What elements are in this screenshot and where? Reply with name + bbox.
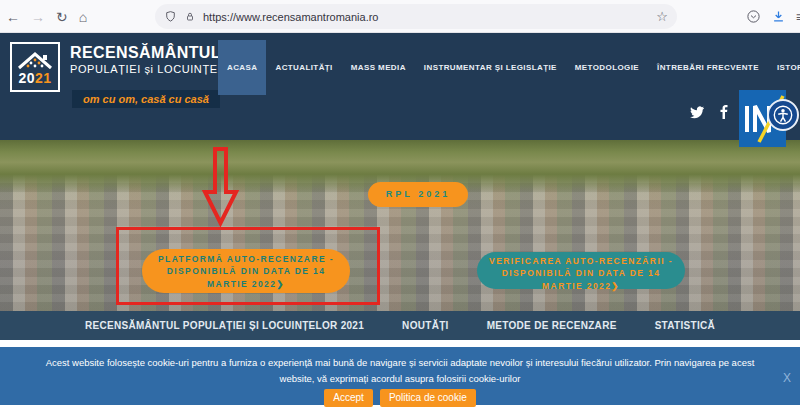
- nav-item-acasa[interactable]: ACASA: [218, 40, 266, 95]
- cookie-close-icon[interactable]: X: [783, 371, 791, 385]
- annotation-arrow-icon: [198, 146, 243, 228]
- nav-item-instrumentar[interactable]: INSTRUMENTAR ȘI LEGISLAȚIE: [415, 40, 566, 95]
- platform-auto-recenzare-button[interactable]: PLATFORMĂ AUTO-RECENZARE - DISPONIBILĂ D…: [142, 249, 350, 293]
- nav-item-intrebari[interactable]: ÎNTREBĂRI FRECVENTE: [648, 40, 768, 95]
- cookie-accept-button[interactable]: Accept: [324, 389, 373, 407]
- site-header: 2021 RECENSĂMÂNTUL POPULAȚIEI și LOCUINȚ…: [0, 33, 800, 140]
- cookie-banner: Acest website folosește cookie-uri pentr…: [0, 347, 800, 405]
- main-navigation: ACASA ACTUALITĂȚI MASS MEDIA INSTRUMENTA…: [218, 40, 800, 95]
- site-subtitle: POPULAȚIEI și LOCUINȚELOR: [70, 63, 220, 75]
- browser-toolbar: ← → ↻ ⌂ https://www.recensamantromania.r…: [0, 0, 800, 33]
- address-bar[interactable]: https://www.recensamantromania.ro ☆: [155, 4, 677, 29]
- site-tagline: om cu om, casă cu casă: [83, 93, 209, 105]
- secondary-navigation: RECENSĂMÂNTUL POPULAȚIEI ȘI LOCUINȚELOR …: [0, 311, 800, 340]
- home-icon[interactable]: ⌂: [79, 10, 87, 24]
- site-title: RECENSĂMÂNTUL: [70, 45, 220, 62]
- nav-item-metodologie[interactable]: METODOLOGIE: [566, 40, 648, 95]
- facebook-icon[interactable]: [717, 105, 731, 119]
- social-links: [690, 105, 731, 119]
- screenshot-root: ← → ↻ ⌂ https://www.recensamantromania.r…: [0, 0, 800, 414]
- subnav-item-recensamant[interactable]: RECENSĂMÂNTUL POPULAȚIEI ȘI LOCUINȚELOR …: [85, 320, 364, 331]
- browser-nav-buttons: ← → ↻ ⌂: [6, 0, 87, 33]
- download-icon[interactable]: [771, 9, 786, 24]
- tracking-shield-icon[interactable]: [164, 10, 177, 23]
- reload-icon[interactable]: ↻: [56, 10, 68, 24]
- bookmark-star-icon[interactable]: ☆: [656, 9, 668, 24]
- tagline-strip: om cu om, casă cu casă: [72, 90, 220, 108]
- subnav-item-metode[interactable]: METODE DE RECENZARE: [487, 320, 617, 331]
- subnav-item-noutati[interactable]: NOUTĂȚI: [402, 320, 449, 331]
- pocket-icon[interactable]: [746, 9, 761, 24]
- cookie-policy-button[interactable]: Politica de cookie: [380, 389, 476, 407]
- nav-item-mass-media[interactable]: MASS MEDIA: [342, 40, 415, 95]
- accessibility-icon: [772, 104, 794, 126]
- site-logo[interactable]: 2021: [10, 42, 60, 92]
- lock-icon: [184, 10, 196, 23]
- menu-icon[interactable]: ≡: [796, 10, 800, 24]
- hero-city-image: RPL 2021 PLATFORMĂ AUTO-RECENZARE - DISP…: [0, 140, 800, 311]
- logo-text: RECENSĂMÂNTUL POPULAȚIEI și LOCUINȚELOR …: [70, 45, 220, 75]
- nav-item-actualitati[interactable]: ACTUALITĂȚI: [266, 40, 341, 95]
- logo-year: 2021: [18, 71, 51, 85]
- cookie-buttons: Accept Politica de cookie: [0, 389, 800, 407]
- accessibility-widget[interactable]: [767, 99, 799, 131]
- cookie-message: Acest website folosește cookie-uri pentr…: [0, 347, 800, 386]
- twitter-icon[interactable]: [690, 105, 704, 119]
- rpl-2021-button[interactable]: RPL 2021: [368, 182, 468, 207]
- forward-icon[interactable]: →: [31, 10, 45, 24]
- toolbar-right-icons: ≡: [746, 0, 800, 33]
- url-text[interactable]: https://www.recensamantromania.ro: [203, 11, 649, 23]
- back-icon[interactable]: ←: [6, 10, 20, 24]
- nav-item-istoric[interactable]: ISTORIC: [768, 40, 800, 95]
- subnav-item-statistica[interactable]: STATISTICĂ: [655, 320, 715, 331]
- verificare-auto-recenzare-button[interactable]: VERIFICAREA AUTO-RECENZĂRII - DISPONIBIL…: [477, 252, 685, 289]
